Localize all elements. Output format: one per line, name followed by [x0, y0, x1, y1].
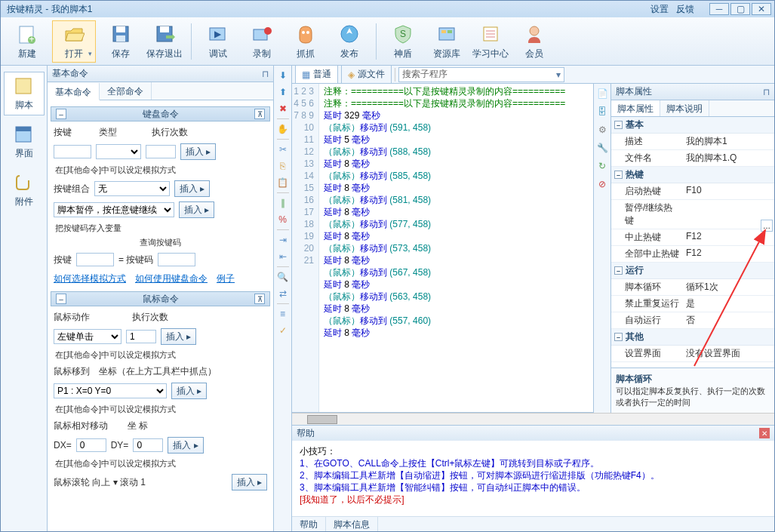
help-title: 帮助 [297, 427, 315, 440]
proptab-desc[interactable]: 脚本说明 [660, 100, 709, 116]
insert-pause-button[interactable]: 插入 ▸ [179, 201, 214, 218]
point-select[interactable]: P1 : X=0 Y=0 [54, 383, 167, 398]
rtool-doc-icon[interactable]: 📄 [595, 87, 609, 100]
vtool-format-icon[interactable]: ≡ [276, 307, 290, 321]
settings-link[interactable]: 设置 [650, 3, 669, 16]
link-kb[interactable]: 如何使用键盘命令 [135, 272, 208, 285]
keycode-input[interactable] [76, 253, 114, 266]
code-editor[interactable]: 1 2 3 4 5 6 7 8 9 10 11 12 13 14 15 16 1… [292, 84, 593, 413]
combo-select[interactable]: 无 [94, 181, 170, 196]
minimize-button[interactable]: ─ [709, 3, 729, 15]
collapse-icon[interactable]: – [614, 266, 623, 275]
prop-cat-basic[interactable]: –基本 [611, 117, 774, 134]
insert-move-button[interactable]: 插入 ▸ [171, 383, 207, 399]
vtool-find-icon[interactable]: 🔍 [276, 270, 290, 284]
helptab-help[interactable]: 帮助 [292, 517, 326, 531]
count-input[interactable] [146, 145, 176, 158]
link-sim[interactable]: 如何选择模拟方式 [54, 272, 126, 285]
vtool-cut-icon[interactable]: ✂ [276, 143, 290, 156]
maximize-button[interactable]: ▢ [730, 3, 750, 15]
expand-icon[interactable]: ⊼ [254, 294, 265, 304]
subtab-all[interactable]: 全部命令 [100, 82, 152, 100]
open-button[interactable]: 打开▾ [52, 20, 96, 63]
type-select[interactable] [96, 144, 141, 159]
insert-combo-button[interactable]: 插入 ▸ [174, 180, 210, 197]
dy-input[interactable] [133, 438, 163, 452]
prop-cat-run[interactable]: –运行 [611, 263, 774, 279]
helptab-info[interactable]: 脚本信息 [326, 517, 378, 531]
mouse-action-select[interactable]: 左键单击 [54, 329, 121, 344]
new-button[interactable]: +新建 [8, 20, 46, 63]
vtool-paste-icon[interactable]: 📋 [276, 176, 290, 189]
vtool-hand-icon[interactable]: ✋ [276, 122, 290, 136]
resource-button[interactable]: 资源库 [428, 20, 466, 63]
code-content[interactable]: 注释：==========以下是按键精灵录制的内容========== 注释：=… [319, 84, 593, 412]
vtool-sep [277, 266, 289, 267]
scroll-thumb[interactable] [307, 415, 337, 424]
collapse-icon[interactable]: – [614, 121, 623, 129]
loop-edit-button[interactable]: … [761, 220, 773, 232]
prop-row: 全部中止热键F12 [611, 246, 774, 263]
tab-ui[interactable]: 界面 [4, 120, 45, 164]
rtool-db-icon[interactable]: 🗄 [595, 105, 609, 118]
record-button[interactable]: 录制 [243, 20, 281, 63]
insert-key-button[interactable]: 插入 ▸ [180, 143, 216, 160]
vtool-delete-icon[interactable]: ✖ [276, 102, 290, 115]
prop-cat-hotkey[interactable]: –热键 [611, 167, 774, 183]
tab-attach[interactable]: 附件 [4, 168, 45, 212]
vtool-outdent-icon[interactable]: ⇤ [276, 250, 290, 263]
keycode-result[interactable] [158, 253, 195, 266]
saveexit-button[interactable]: 保存退出 [146, 20, 183, 63]
publish-button[interactable]: 发布 [331, 20, 368, 63]
search-sub-combo[interactable]: 搜索子程序▾ [398, 67, 564, 82]
member-button[interactable]: 会员 [515, 20, 553, 63]
pin-icon[interactable]: ⊓ [763, 87, 770, 97]
vtool-indent-icon[interactable]: ⇥ [276, 233, 290, 247]
pause-select[interactable]: 脚本暂停，按任意键继续 [54, 202, 174, 217]
rtool-stop-icon[interactable]: ⊘ [595, 177, 609, 191]
rtool-refresh-icon[interactable]: ↻ [595, 159, 609, 173]
rtool-gear-icon[interactable]: ⚙ [595, 123, 609, 137]
collapse-icon[interactable]: – [56, 109, 66, 119]
insert-wheel-button[interactable]: 插入 ▸ [232, 474, 267, 490]
tab-normal[interactable]: ▦普通 [295, 65, 338, 84]
prop-cat-other[interactable]: –其他 [611, 329, 774, 346]
save-button[interactable]: 保存 [102, 20, 140, 63]
insert-relmove-button[interactable]: 插入 ▸ [168, 437, 203, 454]
vtool-arrow-down-icon[interactable]: ⬇ [276, 69, 290, 82]
vtool-replace-icon[interactable]: ⇄ [276, 287, 290, 300]
insert-mouse-button[interactable]: 插入 ▸ [161, 328, 196, 345]
help-close-button[interactable]: ✕ [759, 428, 770, 438]
dx-input[interactable] [76, 438, 106, 452]
pin-icon[interactable]: ⊓ [262, 69, 269, 79]
close-button[interactable]: ✕ [752, 3, 771, 15]
vtool-comment-icon[interactable]: ∥ [276, 196, 290, 210]
vtool-arrow-up-icon[interactable]: ⬆ [276, 85, 290, 99]
tab-source[interactable]: ◈源文件 [341, 65, 392, 84]
shield-button[interactable]: S神盾 [384, 20, 422, 63]
subtab-basic[interactable]: 基本命令 [48, 83, 100, 100]
rtool-wrench-icon[interactable]: 🔧 [595, 141, 609, 155]
mouse-count-input[interactable] [126, 330, 156, 343]
link-ex[interactable]: 例子 [217, 272, 235, 285]
collapse-icon[interactable]: – [614, 171, 623, 179]
feedback-link[interactable]: 反馈 [676, 3, 694, 16]
capture-button[interactable]: 抓抓 [287, 20, 324, 63]
debug-button[interactable]: ▶调试 [199, 20, 237, 63]
help-dismiss-link[interactable]: [我知道了，以后不必提示] [300, 494, 767, 506]
expand-icon[interactable]: ⊼ [254, 109, 265, 119]
collapse-icon[interactable]: – [56, 294, 66, 304]
section-mouse[interactable]: –鼠标命令⊼ [51, 291, 270, 306]
learn-button[interactable]: 学习中心 [472, 20, 509, 63]
collapse-icon[interactable]: – [614, 333, 623, 341]
vtool-check-icon[interactable]: ✓ [276, 324, 290, 337]
svg-rect-17 [441, 30, 446, 33]
key-input[interactable] [54, 145, 91, 158]
section-keyboard[interactable]: –键盘命令⊼ [51, 106, 270, 121]
horizontal-scrollbar[interactable] [292, 413, 774, 425]
tab-script[interactable]: 脚本 [4, 72, 45, 115]
vtool-copy-icon[interactable]: ⎘ [276, 159, 290, 173]
vtool-uncomment-icon[interactable]: % [276, 213, 290, 226]
proptab-attr[interactable]: 脚本属性 [611, 100, 660, 116]
debug-icon: ▶ [206, 22, 230, 46]
